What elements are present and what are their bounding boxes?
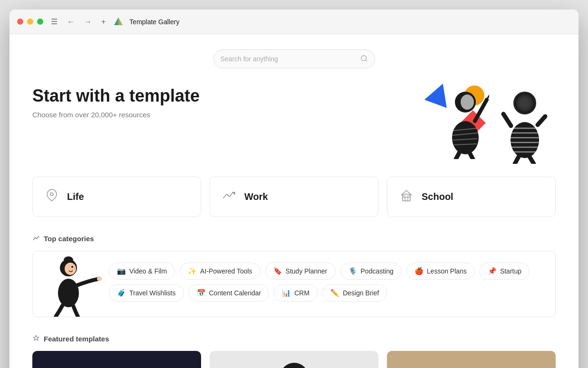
- minimize-button[interactable]: [27, 19, 33, 25]
- featured-card-universal[interactable]: UNIVERSAL TRACKER: [210, 351, 378, 368]
- svg-point-43: [97, 276, 102, 281]
- tag-podcasting[interactable]: 🎙️ Podcasting: [340, 263, 402, 280]
- back-icon: ←: [67, 18, 75, 26]
- lesson-plans-icon: 🍎: [414, 267, 424, 275]
- tag-design-brief-label: Design Brief: [343, 289, 379, 297]
- svg-line-10: [486, 90, 489, 101]
- startup-icon: 📌: [488, 267, 497, 275]
- svg-point-17: [511, 122, 539, 158]
- ai-tools-icon: ✨: [188, 267, 197, 275]
- travel-wishlists-icon: 🧳: [117, 289, 126, 297]
- add-icon: +: [101, 18, 106, 26]
- tag-startup-label: Startup: [500, 267, 521, 275]
- tag-study-planner[interactable]: 🔖 Study Planner: [265, 263, 336, 280]
- top-categories-section: 📷 Video & Film ✨ AI-Powered Tools 🔖 Stud…: [32, 251, 556, 317]
- maximize-button[interactable]: [37, 19, 43, 25]
- forward-icon: →: [84, 18, 92, 26]
- hero-text: Start with a template Choose from over 2…: [32, 85, 394, 119]
- top-categories-header: Top categories: [32, 234, 556, 243]
- svg-point-8: [461, 94, 474, 110]
- svg-point-40: [65, 263, 76, 275]
- tag-ai-tools-label: AI-Powered Tools: [200, 267, 252, 275]
- podcasting-icon: 🎙️: [348, 267, 357, 275]
- menu-button[interactable]: ☰: [49, 16, 59, 27]
- window-title: Template Gallery: [129, 18, 179, 26]
- tag-lesson-plans[interactable]: 🍎 Lesson Plans: [406, 263, 475, 280]
- tag-crm[interactable]: 📊 CRM: [274, 284, 318, 302]
- featured-card-content-1: 🎮 👾 N 🏆 🌟 Gamified Homeschool Planner: [32, 351, 201, 368]
- svg-point-33: [50, 193, 53, 196]
- tag-podcasting-label: Podcasting: [361, 267, 394, 275]
- tag-crm-label: CRM: [294, 289, 309, 297]
- category-cards: Life Work: [32, 177, 556, 217]
- search-placeholder: Search for anything: [221, 55, 357, 63]
- svg-line-9: [475, 100, 487, 121]
- svg-line-31: [515, 157, 519, 164]
- tag-ai-tools[interactable]: ✨ AI-Powered Tools: [180, 263, 260, 280]
- category-label-work: Work: [244, 191, 268, 202]
- design-brief-icon: ✏️: [330, 289, 339, 297]
- featured-section: Featured templates 🎮 👾 N 🏆 🌟: [32, 334, 556, 368]
- svg-line-11: [456, 152, 460, 159]
- add-tab-button[interactable]: +: [99, 17, 107, 27]
- forward-button[interactable]: →: [82, 17, 94, 27]
- svg-line-12: [469, 152, 473, 159]
- hero-illustration: [394, 76, 556, 161]
- svg-line-5: [366, 60, 367, 61]
- hero-subtitle: Choose from over 20,000+ resources: [32, 111, 394, 119]
- svg-line-30: [538, 116, 545, 125]
- school-icon: [399, 188, 414, 206]
- person2-illustration: [499, 78, 551, 164]
- search-container: Search for anything: [32, 49, 556, 68]
- tag-travel-wishlists-label: Travel Wishlists: [129, 289, 176, 297]
- featured-card-tan[interactable]: [387, 351, 556, 368]
- hero-section: Start with a template Choose from over 2…: [32, 85, 556, 161]
- category-card-work[interactable]: Work: [210, 177, 378, 217]
- video-film-icon: 📷: [117, 267, 126, 275]
- featured-card-gamified[interactable]: 🎮 👾 N 🏆 🌟 Gamified Homeschool Planner: [32, 351, 201, 368]
- tag-study-planner-label: Study Planner: [286, 267, 328, 275]
- tag-startup[interactable]: 📌 Startup: [480, 263, 530, 280]
- app-window: ☰ ← → + Template Gallery Search f: [10, 9, 578, 368]
- svg-marker-3: [118, 18, 123, 25]
- tag-content-calendar[interactable]: 📅 Content Calendar: [189, 284, 270, 302]
- trending-icon: [32, 234, 40, 243]
- svg-point-4: [361, 56, 366, 61]
- svg-point-6: [452, 121, 479, 154]
- content-calendar-icon: 📅: [197, 289, 206, 297]
- svg-point-41: [71, 266, 73, 268]
- work-icon: [222, 188, 237, 206]
- svg-rect-35: [405, 197, 408, 201]
- svg-line-29: [503, 114, 511, 126]
- small-illustration: [33, 253, 106, 317]
- tag-grid: 📷 Video & Film ✨ AI-Powered Tools 🔖 Stud…: [109, 263, 544, 302]
- featured-cards-grid: 🎮 👾 N 🏆 🌟 Gamified Homeschool Planner: [32, 351, 556, 368]
- tag-content-calendar-label: Content Calendar: [209, 289, 261, 297]
- app-logo: [113, 17, 124, 27]
- tag-travel-wishlists[interactable]: 🧳 Travel Wishlists: [109, 284, 184, 302]
- category-card-school[interactable]: School: [387, 177, 556, 217]
- close-button[interactable]: [17, 19, 23, 25]
- titlebar: ☰ ← → + Template Gallery: [10, 9, 578, 34]
- back-button[interactable]: ←: [65, 17, 77, 27]
- life-icon: [44, 188, 59, 206]
- tag-design-brief[interactable]: ✏️ Design Brief: [322, 284, 387, 302]
- category-label-life: Life: [67, 191, 84, 202]
- traffic-lights: [17, 19, 43, 25]
- universal-circle: [280, 363, 308, 368]
- svg-line-32: [530, 157, 534, 164]
- category-label-school: School: [422, 191, 453, 202]
- hero-title: Start with a template: [32, 85, 394, 106]
- tag-lesson-plans-label: Lesson Plans: [427, 267, 467, 275]
- study-planner-icon: 🔖: [273, 267, 282, 275]
- search-icon: [360, 55, 368, 64]
- main-content: Search for anything Start with a templat…: [10, 34, 578, 368]
- search-bar[interactable]: Search for anything: [213, 49, 375, 68]
- top-categories-title: Top categories: [44, 235, 94, 243]
- svg-point-28: [520, 98, 530, 108]
- tag-video-film-label: Video & Film: [129, 267, 167, 275]
- menu-icon: ☰: [51, 17, 58, 26]
- category-card-life[interactable]: Life: [32, 177, 201, 217]
- featured-header: Featured templates: [32, 334, 556, 343]
- tag-video-film[interactable]: 📷 Video & Film: [109, 263, 175, 280]
